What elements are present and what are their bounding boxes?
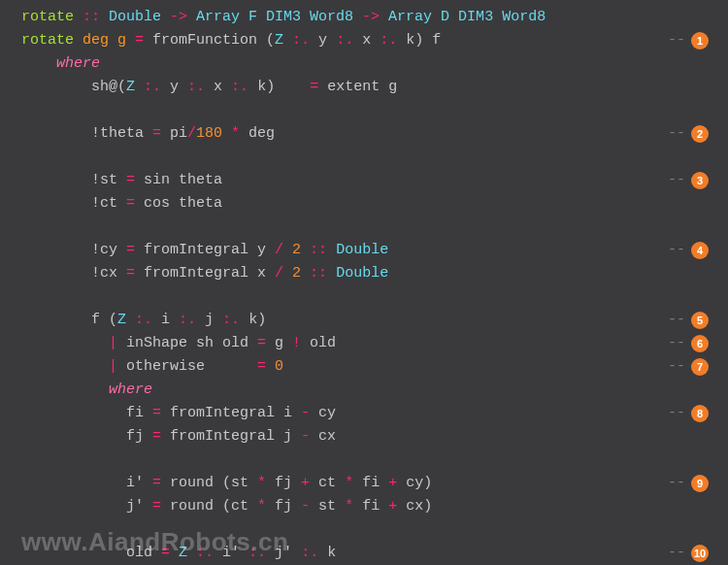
token: j' [275,545,301,561]
token: :: [310,242,336,258]
token: + [388,498,406,515]
code-line: !st = sin theta--3 [21,169,716,192]
token: old [21,545,161,561]
code-line: where [21,379,716,402]
code-line [21,285,716,309]
token: / [275,242,292,258]
code-line-content: fi = fromIntegral i - cy [21,402,336,425]
token [21,218,30,235]
token: = [161,545,179,561]
line-annotation: --5 [668,309,716,332]
code-line-content: rotate :: Double -> Array F DIM3 Word8 -… [21,6,546,29]
line-annotation: --4 [668,239,716,262]
annotation-dashes: -- [668,239,685,262]
code-block: rotate :: Double -> Array F DIM3 Word8 -… [0,0,728,565]
token: ct [318,475,345,491]
token: | [21,358,126,375]
code-line: j' = round (ct * fj - st * fi + cx) [21,495,716,518]
token: Z [179,545,196,561]
token: Z [275,32,292,49]
token: * [231,125,248,142]
token: ! [292,335,310,351]
token [21,149,30,165]
token: :. [222,312,248,328]
annotation-dashes: -- [668,332,685,355]
token: -> [170,9,196,25]
token: + [388,475,406,491]
token: = [257,358,275,375]
code-line-content: where [21,52,100,76]
token: = [152,125,170,142]
code-line: sh@(Z :. y :. x :. k) = extent g [21,76,716,99]
line-annotation: --1 [668,29,716,52]
token: fromIntegral x [144,265,275,282]
token: / [275,265,292,282]
code-line: fj = fromIntegral j - cx [21,425,716,449]
annotation-badge: 4 [691,242,709,259]
token: cx [318,428,336,445]
annotation-badge: 6 [691,335,709,352]
code-line-content: !cy = fromIntegral y / 2 :: Double [21,239,388,262]
token: k [327,545,336,561]
token: round (st [170,475,257,491]
token: fj [275,498,301,515]
annotation-badge: 2 [691,125,709,143]
code-line: fi = fromIntegral i - cy--8 [21,402,716,425]
token [21,382,109,398]
line-annotation: --9 [668,472,716,495]
code-line: i' = round (st * fj + ct * fi + cy)--9 [21,472,716,495]
code-line-content: !ct = cos theta [21,192,222,216]
code-line-content: !st = sin theta [21,169,222,192]
code-line-content: !theta = pi/180 * deg [21,122,275,146]
annotation-badge: 9 [691,475,709,492]
token: 2 [292,265,310,282]
line-annotation: --10 [668,542,716,565]
annotation-dashes: -- [668,402,685,425]
token: :: [310,265,336,282]
code-line [21,449,716,472]
token: deg [248,125,275,142]
token [21,55,56,72]
token: - [301,498,318,515]
code-line [21,518,716,542]
token: = [135,32,152,49]
code-line-content: i' = round (st * fj + ct * fi + cy) [21,472,432,495]
token: fj [275,475,301,491]
token: :. [231,79,257,95]
code-line-content [21,518,30,542]
code-line-content [21,146,30,169]
code-line-content [21,99,30,122]
code-line-content: f (Z :. i :. j :. k) [21,309,266,332]
token: extent g [327,79,397,95]
token: rotate [21,32,83,49]
token: Double [109,9,170,25]
token: inShape sh old [126,335,257,351]
annotation-badge: 8 [691,405,709,422]
token: x [362,32,380,49]
token: cy) [406,475,432,491]
annotation-dashes: -- [668,29,685,52]
token: Double [336,265,388,282]
line-annotation: --7 [668,355,716,379]
token: y [318,32,336,49]
token: = [126,265,144,282]
token: f ( [21,312,117,328]
token [21,288,30,305]
code-line-content: | otherwise = 0 [21,355,283,379]
token: fromIntegral i [170,405,301,421]
annotation-badge: 1 [691,32,709,50]
token: Double [336,242,388,258]
token: cy [318,405,336,421]
annotation-dashes: -- [668,472,685,495]
annotation-dashes: -- [668,355,685,379]
token: !st [21,172,126,188]
token: !cx [21,265,126,282]
token: !ct [21,195,126,212]
line-annotation: --3 [668,169,716,192]
token: fromIntegral y [144,242,275,258]
token: sin theta [144,172,222,188]
annotation-dashes: -- [668,122,685,146]
token: pi [170,125,187,142]
token: / [187,125,196,142]
code-line: f (Z :. i :. j :. k)--5 [21,309,716,332]
